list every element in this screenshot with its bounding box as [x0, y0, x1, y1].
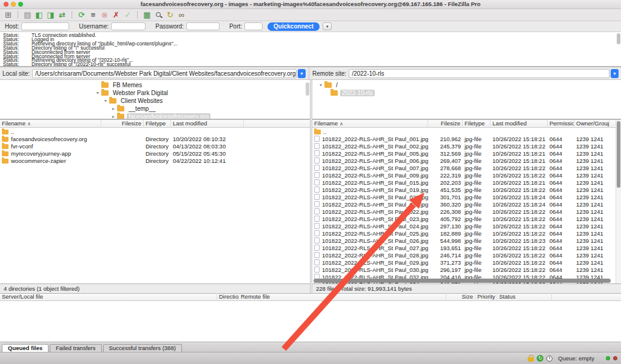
file-row[interactable]: 101822_2022-RLS-AHR_St Paul_007.jpg278,6… [312, 164, 621, 171]
file-row[interactable]: 101822_2022-RLS-AHR_St Paul_024.jpg297,1… [312, 222, 621, 230]
file-row[interactable]: 101822_2022-RLS-AHR_St Paul_025.jpg182,8… [312, 230, 621, 237]
file-cell: 0644 [548, 230, 574, 237]
tree-expander-icon[interactable]: ▾ [317, 82, 324, 88]
local-site-dropdown-button[interactable]: ▼ [298, 69, 306, 78]
column-header[interactable]: Filename∧ [0, 120, 101, 128]
local-site-path-combobox[interactable]: /Users/chrisaram/Documents/Webster Park … [32, 69, 297, 78]
column-header[interactable]: Filesize [101, 120, 144, 128]
file-row[interactable]: myrecoveryjourney-appDirectory05/15/2022… [0, 150, 310, 157]
file-row[interactable]: 101822_2022-RLS-AHR_St Paul_023.jpg405,7… [312, 215, 621, 222]
tree-item[interactable]: 2022-10-rls [312, 89, 621, 97]
queue-tab-failed-transfers[interactable]: Failed transfers [50, 344, 101, 352]
column-header[interactable]: Filename∧ [312, 120, 428, 128]
refresh-icon[interactable]: ⟳ [76, 10, 87, 20]
log-scrollbar[interactable] [617, 33, 620, 65]
file-row[interactable]: 101822_2022-RLS-AHR_St Paul_006.jpg269,4… [312, 157, 621, 164]
file-row[interactable]: 101822_2022-RLS-AHR_St Paul_030.jpg296,1… [312, 266, 621, 273]
file-row[interactable]: 101822_2022-RLS-AHR_St Paul_029.jpg371,2… [312, 259, 621, 266]
remote-site-bar: Remote site: /2022-10-rls ▼ [310, 67, 621, 79]
file-cell: 0644 [548, 201, 574, 208]
process-queue-icon[interactable]: ↻ [165, 10, 175, 20]
column-header[interactable]: Permissions [548, 120, 574, 128]
tree-expander-icon[interactable]: ▾ [94, 90, 101, 96]
host-input[interactable] [21, 22, 69, 30]
toggle-log-icon[interactable]: ▤ [22, 10, 33, 20]
file-row[interactable]: 101822_2022-RLS-AHR_St Paul_022.jpg226,3… [312, 208, 621, 215]
file-cell: 182,889 [428, 230, 463, 237]
activity-clock-icon[interactable] [546, 356, 552, 362]
quickconnect-button[interactable]: Quickconnect [267, 22, 320, 31]
tree-item[interactable]: FB Memes [0, 81, 310, 89]
find-files-icon[interactable]: ∞ [176, 10, 187, 20]
toggle-queue-icon[interactable]: ⇄ [57, 10, 67, 20]
toggle-local-tree-icon[interactable]: ◧ [34, 10, 44, 20]
cancel-icon[interactable]: ⊗ [99, 10, 110, 20]
column-header[interactable]: Filesize [428, 120, 463, 128]
synchronized-browsing-icon[interactable] [153, 10, 164, 20]
tree-expander-icon[interactable]: ▸ [110, 106, 117, 111]
toggle-remote-tree-icon[interactable]: ◨ [45, 10, 56, 20]
file-row[interactable]: facesandvoicesofrecovery.orgDirectory10/… [0, 135, 310, 142]
tree-item[interactable]: ▾Webster Park Digital [0, 89, 310, 97]
column-header[interactable]: Status [497, 293, 552, 301]
file-row[interactable]: .. [0, 128, 310, 135]
tree-item[interactable]: ▸__temp__ [0, 105, 310, 113]
tree-item[interactable]: ▾/ [312, 81, 621, 89]
file-row[interactable]: 101822_2022-RLS-AHR_St Paul_026.jpg544,9… [312, 237, 621, 244]
file-row[interactable]: 101822_2022-RLS-AHR_St Paul_005.jpg312,5… [312, 150, 621, 157]
local-tree-scrollbar-thumb[interactable] [306, 82, 309, 96]
username-input[interactable] [111, 22, 146, 30]
tree-expander-icon[interactable]: ▸ [110, 114, 117, 119]
log-scrollbar-thumb[interactable] [617, 33, 620, 44]
remote-vscrollbar-thumb[interactable] [617, 121, 620, 188]
sync-status-icon[interactable]: ↻ [537, 355, 543, 362]
port-input[interactable] [244, 22, 263, 30]
file-row[interactable]: 101822_2022-RLS-AHR_St Paul_027.jpg193,6… [312, 244, 621, 251]
site-manager-icon[interactable]: ⊞ [3, 10, 13, 20]
queue-tab-queued-files[interactable]: Queued files [2, 344, 49, 352]
column-header[interactable]: Last modified [491, 120, 548, 128]
column-header[interactable]: Filetype [144, 120, 171, 128]
remote-horizontal-scrollbar[interactable] [314, 279, 614, 283]
password-label: Password: [155, 23, 184, 30]
column-header[interactable]: Direction [217, 293, 239, 301]
tree-expander-icon[interactable]: ▾ [102, 98, 109, 104]
file-row[interactable]: 101822_2022-RLS-AHR_St Paul_009.jpg222,3… [312, 171, 621, 179]
column-header[interactable]: Server/Local file [0, 293, 217, 301]
column-header[interactable]: Owner/Group [574, 120, 609, 128]
column-header[interactable]: Last modified [171, 120, 244, 128]
password-input[interactable] [186, 22, 220, 30]
reconnect-icon[interactable]: ✓ [123, 10, 133, 20]
column-header[interactable]: Size [446, 293, 475, 301]
remote-site-path-combobox[interactable]: /2022-10-rls [349, 69, 609, 78]
tls-lock-icon[interactable] [528, 355, 534, 362]
local-tree-scrollbar[interactable] [306, 82, 309, 116]
file-row[interactable]: woocommerce-zapierDirectory04/22/2022 10… [0, 157, 310, 164]
directory-comparison-icon[interactable]: ▦ [142, 10, 152, 20]
queue-tab-successful-transfers-388-[interactable]: Successful transfers (388) [103, 344, 182, 352]
tree-item[interactable]: ▸facesandvoicesofrecovery.org [0, 113, 310, 120]
remote-site-dropdown-button[interactable]: ▼ [611, 69, 619, 78]
file-row[interactable]: .. [312, 128, 621, 135]
column-header[interactable]: Priority [475, 293, 497, 301]
file-row[interactable]: 101822_2022-RLS-AHR_St Paul_019.jpg451,5… [312, 186, 621, 193]
column-header[interactable]: Filetype [463, 120, 491, 128]
quickconnect-dropdown-button[interactable]: ▼ [323, 22, 332, 30]
filter-icon[interactable]: ≡ [88, 10, 98, 20]
column-header[interactable]: Remote file [239, 293, 446, 301]
remote-vertical-scrollbar[interactable] [616, 120, 621, 283]
file-row[interactable]: 101822_2022-RLS-AHR_St Paul_021.jpg360,3… [312, 200, 621, 208]
file-row[interactable]: 101822_2022-RLS-AHR_St Paul_002.jpg245,3… [312, 142, 621, 150]
file-cell: 193,651 [428, 245, 463, 251]
file-row[interactable]: 101822_2022-RLS-AHR_St Paul_020.jpg301,7… [312, 193, 621, 200]
tree-item[interactable]: ▾Client Websites [0, 97, 310, 105]
file-row[interactable]: 101822_2022-RLS-AHR_St Paul_028.jpg246,7… [312, 251, 621, 259]
file-row[interactable]: fvr-vconfDirectory04/13/2022 08:03:30 [0, 142, 310, 150]
file-row[interactable]: 101822_2022-RLS-AHR_St Paul_001.jpg210,9… [312, 135, 621, 142]
file-icon [314, 208, 320, 214]
file-row[interactable]: 101822_2022-RLS-AHR_St Paul_015.jpg202,2… [312, 179, 621, 186]
folder-icon [2, 130, 8, 134]
disconnect-icon[interactable]: ✗ [111, 10, 121, 20]
file-cell: fvr-vconf [0, 143, 101, 150]
remote-hscrollbar-thumb[interactable] [314, 279, 611, 283]
